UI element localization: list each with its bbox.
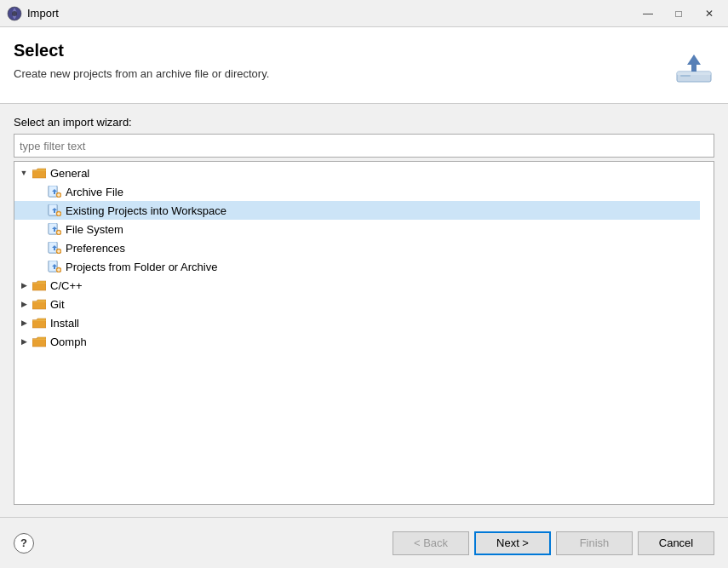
svg-rect-5 <box>680 75 691 77</box>
filter-input[interactable] <box>14 134 714 158</box>
tree-item-cpp[interactable]: ▶ C/C++ <box>14 276 700 295</box>
chevron-icon: ▶ <box>18 336 30 347</box>
tree-item-label: File System <box>66 223 123 236</box>
folder-icon <box>32 335 47 348</box>
file-icon <box>47 260 62 273</box>
tree-item-label: C/C++ <box>50 279 83 292</box>
file-icon <box>47 204 62 217</box>
chevron-icon: ▶ <box>18 279 30 291</box>
tree-item-label: Oomph <box>50 336 87 348</box>
help-button[interactable]: ? <box>14 533 34 554</box>
tree-item-label: Git <box>50 298 65 311</box>
tree-item-install[interactable]: ▶ Install <box>14 313 700 332</box>
folder-icon <box>32 278 47 292</box>
dialog-body: Select an import wizard: ▼ General Archi… <box>0 104 728 517</box>
window-title: Import <box>27 7 636 20</box>
tree-item-label: General <box>50 167 89 180</box>
cancel-button[interactable]: Cancel <box>638 531 714 555</box>
svg-rect-27 <box>32 283 46 284</box>
close-button[interactable]: ✕ <box>697 4 721 23</box>
tree-item-projects-from-folder[interactable]: Projects from Folder or Archive <box>14 257 700 276</box>
chevron-icon: ▶ <box>18 298 30 310</box>
svg-rect-6 <box>32 170 46 171</box>
header-icon-area <box>663 41 714 83</box>
svg-rect-30 <box>32 339 46 340</box>
tree-item-label: Archive File <box>66 186 123 198</box>
tree-item-file-system[interactable]: File System <box>14 220 700 238</box>
tree-item-existing-projects[interactable]: Existing Projects into Workspace <box>14 201 700 220</box>
maximize-button[interactable]: □ <box>667 4 691 23</box>
minimize-button[interactable]: — <box>636 4 660 23</box>
next-button[interactable]: Next > <box>474 531 551 555</box>
back-button[interactable]: < Back <box>393 531 469 555</box>
tree-item-label: Projects from Folder or Archive <box>66 261 217 273</box>
chevron-icon: ▶ <box>18 317 30 329</box>
file-icon <box>47 185 62 198</box>
header-title: Select <box>14 41 269 60</box>
window-controls: — □ ✕ <box>636 4 721 23</box>
chevron-icon: ▼ <box>18 167 30 179</box>
folder-icon <box>32 166 47 180</box>
tree-item-label: Existing Projects into Workspace <box>66 204 226 217</box>
file-icon <box>47 222 62 236</box>
tree-item-label: Install <box>50 317 79 330</box>
header-subtitle: Create new projects from an archive file… <box>14 67 269 80</box>
wizard-label: Select an import wizard: <box>14 116 714 129</box>
finish-button[interactable]: Finish <box>556 531 633 555</box>
title-bar: Import — □ ✕ <box>0 0 728 27</box>
import-icon <box>674 49 714 83</box>
folder-icon <box>32 297 47 311</box>
tree-container[interactable]: ▼ General Archive File Existing Projects… <box>14 161 714 505</box>
svg-rect-28 <box>32 301 46 302</box>
tree-item-archive-file[interactable]: Archive File <box>14 182 700 201</box>
header-section: Select Create new projects from an archi… <box>0 27 728 104</box>
tree-item-general[interactable]: ▼ General <box>14 164 700 182</box>
tree-item-label: Preferences <box>66 242 125 255</box>
tree-item-oomph[interactable]: ▶ Oomph <box>14 332 700 351</box>
tree-item-preferences[interactable]: Preferences <box>14 238 700 257</box>
svg-point-1 <box>12 11 17 16</box>
file-icon <box>47 241 62 255</box>
svg-rect-29 <box>32 320 46 321</box>
app-icon <box>7 6 22 21</box>
svg-rect-4 <box>677 72 711 75</box>
svg-marker-3 <box>687 55 701 72</box>
dialog-footer: ? < Back Next > Finish Cancel <box>0 517 728 568</box>
footer-buttons: < Back Next > Finish Cancel <box>393 531 714 555</box>
header-text: Select Create new projects from an archi… <box>14 41 269 80</box>
folder-icon <box>32 316 47 330</box>
tree-content: ▼ General Archive File Existing Projects… <box>14 162 700 353</box>
tree-item-git[interactable]: ▶ Git <box>14 295 700 313</box>
